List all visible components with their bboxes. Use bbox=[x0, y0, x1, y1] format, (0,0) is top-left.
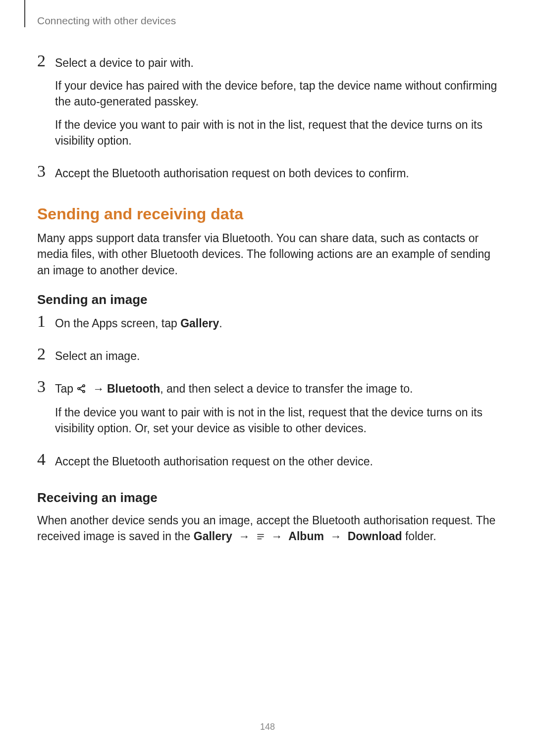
sending-step-4: 4 Accept the Bluetooth authorisation req… bbox=[37, 453, 498, 476]
step-text: Select an image. bbox=[55, 348, 498, 364]
text-fragment: On the Apps screen, tap bbox=[55, 317, 180, 330]
step-number: 3 bbox=[37, 378, 54, 395]
sending-step-2: 2 Select an image. bbox=[37, 347, 498, 371]
step-text: On the Apps screen, tap Gallery. bbox=[55, 315, 498, 331]
sending-step-1: 1 On the Apps screen, tap Gallery. bbox=[37, 314, 498, 338]
text-bold-gallery: Gallery bbox=[180, 317, 219, 330]
subheading-receiving: Receiving an image bbox=[37, 490, 498, 505]
step-text: If the device you want to pair with is n… bbox=[55, 404, 498, 436]
step-text: Select a device to pair with. bbox=[55, 55, 498, 71]
svg-line-4 bbox=[80, 389, 83, 391]
arrow-glyph: → bbox=[330, 530, 341, 543]
text-fragment: folder. bbox=[402, 530, 436, 543]
text-bold-gallery: Gallery bbox=[194, 530, 232, 543]
text-fragment: . bbox=[219, 317, 222, 330]
text-fragment: , and then select a device to transfer t… bbox=[160, 382, 413, 395]
running-header-text: Connecting with other devices bbox=[37, 15, 176, 27]
sending-steps-list: 1 On the Apps screen, tap Gallery. 2 Sel… bbox=[37, 314, 498, 476]
pairing-steps-list: 2 Select a device to pair with. If your … bbox=[37, 54, 498, 188]
share-icon bbox=[76, 382, 86, 398]
receiving-paragraph: When another device sends you an image, … bbox=[37, 512, 498, 545]
menu-bars-icon bbox=[256, 529, 265, 545]
sending-step-3: 3 Tap →Bluetooth, and then select a devi… bbox=[37, 380, 498, 444]
text-bold-album: Album bbox=[288, 530, 324, 543]
step-number: 2 bbox=[37, 346, 54, 362]
section-intro: Many apps support data transfer via Blue… bbox=[37, 230, 498, 278]
step-number: 1 bbox=[37, 313, 54, 330]
step-text: If your device has paired with the devic… bbox=[55, 78, 498, 109]
step-text: Accept the Bluetooth authorisation reque… bbox=[55, 165, 498, 181]
step-number: 3 bbox=[37, 163, 54, 180]
step-number: 4 bbox=[37, 451, 54, 468]
svg-line-3 bbox=[80, 386, 83, 388]
step-text: Tap →Bluetooth, and then select a device… bbox=[55, 381, 498, 398]
arrow-glyph: → bbox=[238, 530, 250, 543]
section-heading-sending-receiving: Sending and receiving data bbox=[37, 205, 498, 223]
text-bold-bluetooth: Bluetooth bbox=[107, 382, 160, 395]
step-number: 2 bbox=[37, 52, 54, 69]
pairing-step-2: 2 Select a device to pair with. If your … bbox=[37, 54, 498, 155]
pairing-step-3: 3 Accept the Bluetooth authorisation req… bbox=[37, 164, 498, 188]
arrow-glyph: → bbox=[93, 382, 104, 395]
subheading-sending: Sending an image bbox=[37, 292, 498, 307]
arrow-glyph: → bbox=[271, 530, 282, 543]
text-fragment: Tap bbox=[55, 382, 76, 395]
running-header-row: Connecting with other devices bbox=[37, 15, 498, 27]
page-number: 148 bbox=[0, 722, 535, 732]
text-bold-download: Download bbox=[348, 530, 402, 543]
step-text: Accept the Bluetooth authorisation reque… bbox=[55, 454, 498, 469]
header-left-bar bbox=[24, 0, 25, 27]
step-text: If the device you want to pair with is n… bbox=[55, 117, 498, 149]
page-content: Connecting with other devices 2 Select a… bbox=[0, 0, 535, 545]
